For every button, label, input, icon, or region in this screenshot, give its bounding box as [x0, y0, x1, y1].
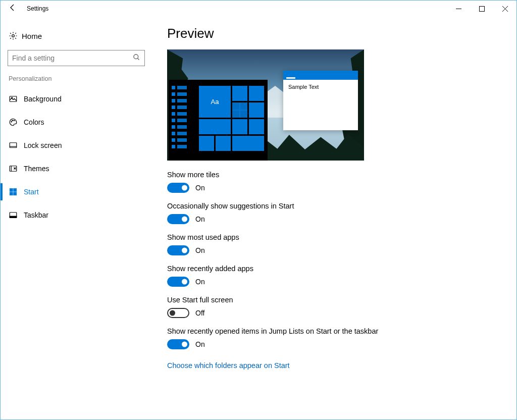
main-content: Preview Aa: [152, 17, 516, 419]
svg-point-4: [12, 35, 15, 37]
taskbar-icon: [9, 211, 24, 220]
sidebar-item-background[interactable]: Background: [1, 87, 152, 111]
toggle-state: On: [195, 215, 205, 223]
toggle-state: On: [195, 340, 205, 348]
svg-line-6: [137, 58, 139, 60]
toggle-state: On: [195, 184, 205, 192]
search-field[interactable]: [12, 54, 133, 62]
svg-point-5: [134, 54, 138, 59]
toggle-jump-lists[interactable]: [167, 339, 189, 349]
sidebar-item-label: Themes: [24, 165, 49, 173]
setting-label: Show recently opened items in Jump Lists…: [167, 327, 501, 335]
sidebar-item-themes[interactable]: Themes: [1, 157, 152, 180]
search-icon: [133, 54, 140, 63]
sidebar-item-label: Colors: [24, 118, 44, 126]
preview-start-panel: Aa: [169, 80, 268, 161]
svg-point-9: [11, 122, 12, 123]
preview-sample-text: Sample Text: [283, 80, 358, 94]
themes-icon: [9, 164, 24, 173]
sidebar-item-label: Background: [24, 95, 62, 103]
toggle-show-more-tiles[interactable]: [167, 183, 189, 193]
titlebar: Settings: [1, 1, 516, 17]
minimize-button[interactable]: [447, 1, 470, 17]
palette-icon: [9, 118, 24, 127]
svg-rect-16: [14, 188, 17, 191]
setting-label: Occasionally show suggestions in Start: [167, 202, 501, 210]
home-button[interactable]: Home: [1, 25, 152, 47]
gear-icon: [9, 31, 22, 40]
search-input[interactable]: [8, 50, 145, 66]
toggle-state: On: [195, 246, 205, 254]
toggle-full-screen[interactable]: [167, 308, 189, 318]
lock-screen-icon: [9, 141, 24, 150]
toggle-suggestions[interactable]: [167, 214, 189, 224]
setting-full-screen: Use Start full screen Off: [167, 296, 501, 318]
svg-rect-20: [10, 216, 17, 218]
setting-recently-added: Show recently added apps On: [167, 265, 501, 287]
sidebar-item-label: Taskbar: [24, 211, 48, 219]
close-button[interactable]: [493, 1, 516, 17]
preview-sample-window: Sample Text: [283, 71, 358, 130]
setting-label: Show more tiles: [167, 171, 501, 179]
svg-point-8: [12, 97, 13, 98]
svg-rect-12: [10, 143, 17, 148]
sidebar-item-taskbar[interactable]: Taskbar: [1, 203, 152, 227]
svg-rect-15: [10, 188, 13, 191]
home-label: Home: [22, 32, 42, 40]
maximize-button[interactable]: [470, 1, 493, 17]
back-button[interactable]: [1, 4, 25, 14]
folders-link[interactable]: Choose which folders appear on Start: [167, 361, 290, 370]
setting-jump-lists: Show recently opened items in Jump Lists…: [167, 327, 501, 349]
window-title: Settings: [25, 5, 48, 12]
svg-rect-17: [10, 192, 13, 195]
svg-rect-14: [10, 166, 17, 172]
setting-label: Use Start full screen: [167, 296, 501, 304]
preview-tile-aa: Aa: [199, 86, 231, 118]
setting-label: Show most used apps: [167, 233, 501, 241]
sidebar-item-start[interactable]: Start: [1, 180, 152, 203]
setting-label: Show recently added apps: [167, 265, 501, 273]
setting-most-used: Show most used apps On: [167, 233, 501, 255]
sidebar-item-colors[interactable]: Colors: [1, 111, 152, 134]
category-label: Personalization: [1, 75, 152, 87]
toggle-most-used[interactable]: [167, 245, 189, 255]
sidebar-item-lock-screen[interactable]: Lock screen: [1, 134, 152, 157]
sidebar-item-label: Start: [24, 188, 39, 196]
picture-icon: [9, 94, 24, 103]
svg-point-11: [14, 120, 15, 121]
svg-rect-1: [479, 6, 484, 11]
svg-point-10: [12, 120, 13, 121]
toggle-recently-added[interactable]: [167, 277, 189, 287]
setting-show-more-tiles: Show more tiles On: [167, 171, 501, 193]
setting-suggestions: Occasionally show suggestions in Start O…: [167, 202, 501, 224]
start-icon: [9, 187, 24, 196]
toggle-state: On: [195, 278, 205, 286]
sidebar: Home Personalization Background Colors L…: [1, 17, 152, 419]
toggle-state: Off: [195, 309, 204, 317]
sidebar-item-label: Lock screen: [24, 141, 62, 149]
preview-image: Aa Sample Text: [167, 49, 364, 161]
page-title: Preview: [167, 26, 501, 41]
svg-rect-18: [14, 192, 17, 195]
